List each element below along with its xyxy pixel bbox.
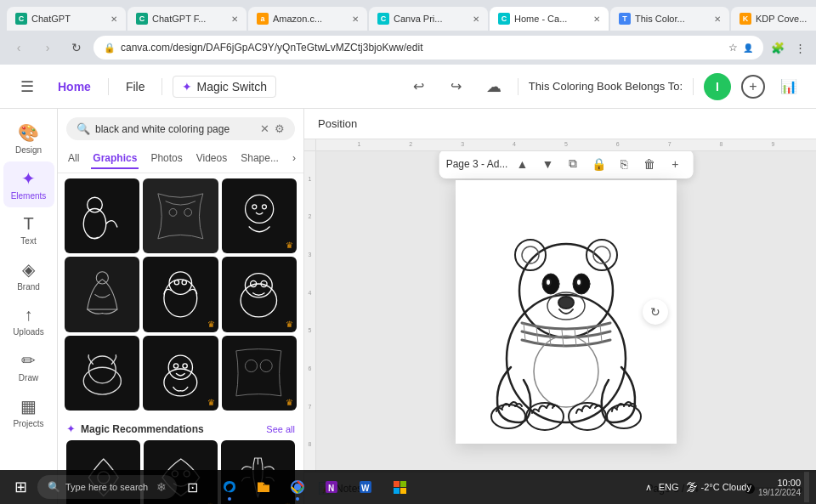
refresh-button[interactable]: ↻ [643, 299, 668, 325]
tab-all[interactable]: All [66, 149, 81, 169]
browser-tab-tab7[interactable]: K KDP Cove... ✕ [731, 7, 816, 31]
magic-rec-see-all[interactable]: See all [266, 424, 295, 434]
grid-item[interactable] [65, 257, 139, 331]
page-copy-button[interactable]: ⎘ [613, 153, 635, 175]
magic-switch-button[interactable]: ✦ Magic Switch [173, 76, 275, 98]
tab-close-tab6[interactable]: ✕ [714, 14, 721, 24]
sidebar-item-draw[interactable]: ✏ Draw [3, 343, 54, 389]
browser-tab-tab3[interactable]: a Amazon.c... ✕ [248, 7, 367, 31]
canvas-area: Position 1 2 3 4 5 6 7 8 [304, 109, 816, 504]
profile-icon[interactable]: 👤 [743, 43, 753, 53]
taskbar-app-store[interactable] [384, 472, 415, 502]
svg-point-10 [174, 280, 178, 285]
tab-close-tab4[interactable]: ✕ [473, 14, 479, 24]
sidebar-item-brand[interactable]: ◈ Brand [3, 252, 54, 298]
canvas-scroll-area[interactable]: Page 3 - Ad... ▲ ▼ ⧉ 🔒 ⎘ 🗑 + [316, 151, 816, 472]
svg-text:W: W [361, 484, 370, 493]
ruler-corner [304, 139, 316, 151]
taskbar-widgets[interactable]: ⊡ [180, 475, 204, 499]
svg-point-29 [515, 240, 546, 270]
taskbar-search-icon: 🔍 [48, 481, 60, 493]
page-lock-button[interactable]: 🔒 [587, 153, 609, 175]
system-icons[interactable]: ∧ [645, 482, 652, 493]
svg-point-9 [169, 272, 191, 294]
tab-close-tab1[interactable]: ✕ [110, 14, 117, 24]
app-active-dot [228, 497, 231, 501]
grid-item[interactable]: ♛ [222, 336, 297, 411]
svg-point-22 [246, 360, 258, 371]
browser-tab-tab4[interactable]: C Canva Pri... ✕ [369, 7, 488, 31]
page-delete-button[interactable]: 🗑 [638, 153, 660, 175]
taskbar-search[interactable]: 🔍 Type here to search ❄ [37, 475, 177, 499]
tab-shapes[interactable]: Shape... [239, 149, 280, 169]
add-page-button[interactable]: + [741, 75, 765, 99]
settings-icon[interactable]: ⋮ [790, 38, 809, 57]
taskbar-app-chrome[interactable] [282, 472, 313, 502]
redo-button[interactable]: ↪ [443, 73, 470, 100]
browser-tab-tab2[interactable]: C ChatGPT F... ✕ [128, 7, 246, 31]
taskbar-time[interactable]: 10:00 19/12/2024 [758, 478, 801, 497]
svg-point-18 [164, 369, 197, 396]
address-icons: ☆ 👤 [728, 42, 753, 54]
search-clear-icon[interactable]: ✕ [260, 122, 269, 135]
page-down-button[interactable]: ▼ [536, 153, 558, 175]
grid-item[interactable] [143, 178, 218, 253]
grid-item[interactable]: ♛ [222, 178, 297, 253]
show-desktop-button[interactable] [804, 472, 809, 502]
tab-close-tab5[interactable]: ✕ [593, 14, 600, 24]
search-filter-icon[interactable]: ⚙ [275, 122, 285, 135]
sidebar-item-elements[interactable]: ✦ Elements [3, 161, 54, 207]
ruler-tick: 7 [668, 141, 672, 147]
search-input[interactable] [95, 123, 255, 135]
home-button[interactable]: Home [51, 76, 98, 97]
sidebar-item-projects[interactable]: ▦ Projects [3, 389, 54, 435]
sidebar-item-design[interactable]: 🎨 Design [3, 116, 54, 161]
taskbar-app-word[interactable]: W [350, 472, 381, 502]
grid-item[interactable]: ♛ [222, 257, 297, 331]
page-duplicate-icon[interactable]: ⧉ [562, 153, 584, 175]
undo-button[interactable]: ↩ [405, 73, 433, 100]
app-layout: ☰ Home File ✦ Magic Switch ↩ ↪ ☁ This Co… [0, 65, 816, 504]
taskbar-app-files[interactable] [248, 472, 279, 502]
language-indicator[interactable]: ENG [659, 482, 679, 492]
browser-tab-tab5[interactable]: C Home - Ca... ✕ [490, 7, 609, 31]
file-button[interactable]: File [119, 76, 152, 97]
reload-button[interactable]: ↻ [65, 36, 88, 59]
browser-tab-tab6[interactable]: T This Color... ✕ [610, 7, 729, 31]
search-box[interactable]: 🔍 ✕ ⚙ [66, 117, 295, 140]
ruler-tick: 8 [720, 141, 723, 147]
tab-graphics[interactable]: Graphics [91, 149, 139, 169]
tab-close-tab2[interactable]: ✕ [231, 14, 238, 24]
start-button[interactable]: ⊞ [7, 473, 34, 501]
browser-tab-tab1[interactable]: C ChatGPT ✕ [7, 7, 126, 31]
projects-label: Projects [13, 419, 43, 428]
grid-item[interactable] [65, 336, 139, 411]
forward-button[interactable]: › [36, 36, 60, 59]
hamburger-button[interactable]: ☰ [14, 73, 41, 100]
taskbar-app-edge[interactable] [214, 472, 245, 502]
user-avatar[interactable]: I [704, 73, 731, 100]
tab-videos[interactable]: Videos [195, 149, 229, 169]
svg-point-28 [519, 244, 613, 337]
horizontal-ruler: 1 2 3 4 5 6 7 8 9 [316, 139, 816, 151]
tab-close-tab3[interactable]: ✕ [352, 14, 359, 24]
cloud-save-button[interactable]: ☁ [480, 73, 507, 100]
grid-item[interactable] [65, 178, 139, 253]
sidebar-item-uploads[interactable]: ↑ Uploads [3, 298, 54, 343]
page-more-button[interactable]: + [664, 153, 686, 175]
address-box[interactable]: 🔒 canva.com/design/DAF6jGpAC9Y/yQnTeGtwL… [94, 36, 763, 59]
analytics-button[interactable]: 📊 [775, 73, 802, 100]
page-up-button[interactable]: ▲ [511, 153, 533, 175]
bookmark-icon[interactable]: ☆ [728, 42, 738, 54]
magic-switch-icon: ✦ [182, 80, 192, 93]
extension-icon[interactable]: 🧩 [768, 38, 787, 57]
main-content: 🎨 Design ✦ Elements T Text ◈ Brand ↑ Upl… [0, 109, 816, 504]
sidebar-item-text[interactable]: T Text [3, 207, 54, 252]
grid-item[interactable]: ♛ [143, 257, 218, 331]
grid-item[interactable]: ♛ [143, 336, 218, 411]
tab-photos[interactable]: Photos [149, 149, 184, 169]
taskbar-weather[interactable]: 🌫 -2°C Cloudy [686, 480, 751, 494]
back-button[interactable]: ‹ [7, 36, 31, 59]
taskbar-app-onenote[interactable]: N [316, 472, 347, 502]
tabs-more-icon[interactable]: › [291, 149, 298, 169]
